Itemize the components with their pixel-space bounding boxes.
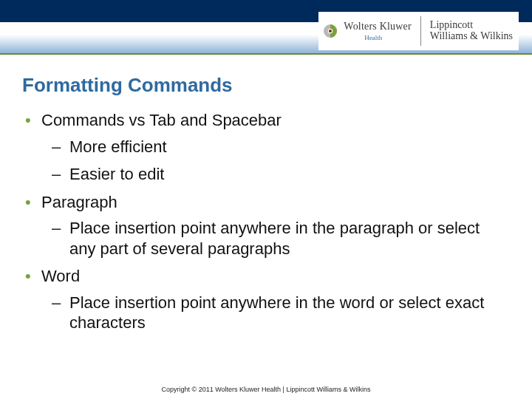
lippincott-logo: Lippincott Williams & Wilkins (421, 20, 513, 41)
sub-bullet-item: More efficient (41, 137, 510, 157)
brand1-name: Wolters Kluwer (344, 21, 411, 32)
sub-bullet-item: Easier to edit (41, 164, 510, 185)
bullet-text: Paragraph (41, 193, 117, 211)
sub-bullet-list: Place insertion point anywhere in the pa… (41, 218, 510, 259)
sub-bullet-list: More efficient Easier to edit (41, 137, 510, 185)
copyright-text: Copyright © 2011 Wolters Kluwer Health |… (162, 386, 371, 393)
sub-bullet-list: Place insertion point anywhere in the wo… (41, 293, 510, 333)
svg-point-2 (329, 30, 332, 33)
bullet-item: Paragraph Place insertion point anywhere… (22, 192, 510, 259)
sub-bullet-text: Place insertion point anywhere in the pa… (69, 219, 480, 258)
brand2-line1: Lippincott (430, 20, 513, 31)
header-accent-line (0, 53, 532, 55)
slide-header: Wolters Kluwer Health Lippincott William… (0, 0, 532, 61)
sub-bullet-text: More efficient (69, 137, 167, 156)
bullet-text: Word (41, 267, 80, 285)
sub-bullet-item: Place insertion point anywhere in the pa… (41, 218, 510, 259)
brand2-line2: Williams & Wilkins (430, 31, 513, 42)
bullet-item: Word Place insertion point anywhere in t… (22, 266, 510, 333)
wolters-kluwer-logo: Wolters Kluwer Health (321, 16, 420, 46)
bullet-item: Commands vs Tab and Spacebar More effici… (22, 110, 510, 185)
brand1-subtitle: Health (344, 35, 411, 41)
brand-block: Wolters Kluwer Health Lippincott William… (318, 12, 519, 50)
slide-title: Formatting Commands (22, 74, 510, 97)
wolters-kluwer-icon (321, 22, 339, 40)
bullet-list: Commands vs Tab and Spacebar More effici… (22, 110, 510, 333)
sub-bullet-text: Place insertion point anywhere in the wo… (69, 293, 484, 332)
slide-content: Formatting Commands Commands vs Tab and … (0, 61, 532, 333)
sub-bullet-text: Easier to edit (69, 165, 164, 183)
slide-footer: Copyright © 2011 Wolters Kluwer Health |… (0, 386, 532, 393)
sub-bullet-item: Place insertion point anywhere in the wo… (41, 293, 510, 333)
bullet-text: Commands vs Tab and Spacebar (41, 111, 282, 129)
